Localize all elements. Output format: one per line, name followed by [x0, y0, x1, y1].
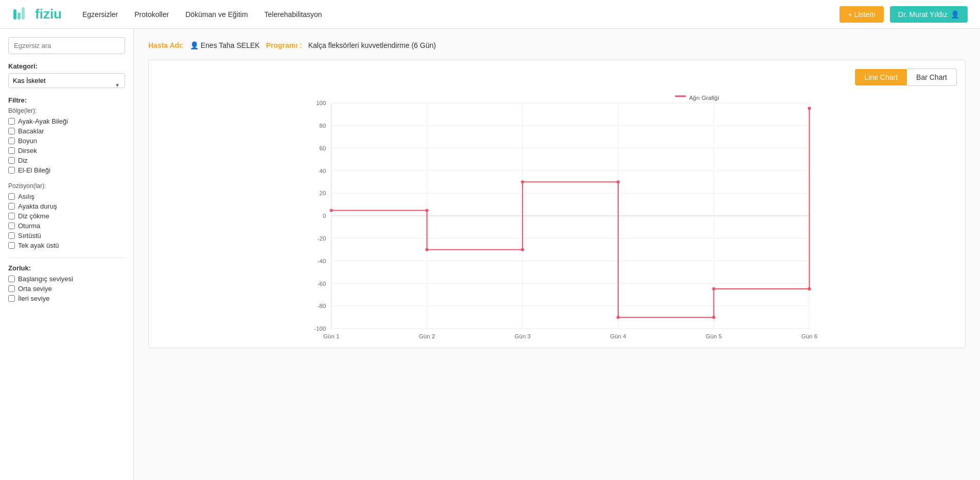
bolge-text-4: Diz	[18, 157, 28, 164]
svg-rect-2	[22, 7, 25, 20]
poz-item-4: Sırtüstü	[8, 232, 125, 239]
nav-telerehabilitasyon[interactable]: Telerehabilitasyon	[265, 10, 322, 19]
svg-rect-37	[675, 95, 686, 97]
poz-text-0: Asılış	[18, 193, 34, 200]
svg-text:Ağrı Grafiği: Ağrı Grafiği	[689, 95, 719, 101]
nav-protokoller[interactable]: Protokoller	[134, 10, 169, 19]
bolge-text-0: Ayak-Ayak Bileği	[18, 117, 68, 125]
svg-point-46	[712, 316, 715, 319]
svg-text:-40: -40	[318, 258, 326, 264]
sidebar: Kategori: Kas İskelet Filtre: Bölge(ler)…	[0, 29, 134, 480]
svg-point-45	[617, 316, 620, 319]
listem-button[interactable]: + Listem	[839, 6, 883, 23]
bolge-text-1: Bacaklar	[18, 127, 44, 135]
zorluk-checkbox-1[interactable]	[8, 285, 15, 292]
svg-text:100: 100	[316, 100, 326, 106]
user-button[interactable]: Dr. Murat Yıldız 👤	[890, 6, 968, 23]
zorluk-checkbox-2[interactable]	[8, 295, 15, 302]
zorluk-label: Zorluk:	[8, 264, 125, 272]
chart-container: Line Chart Bar Chart	[148, 60, 966, 348]
svg-text:80: 80	[320, 123, 326, 129]
zorluk-item-2: İleri seviye	[8, 295, 125, 302]
zorluk-text-0: Başlangıç seviyesi	[18, 275, 73, 283]
svg-point-44	[617, 180, 620, 183]
bolge-text-2: Boyun	[18, 137, 37, 145]
svg-text:-60: -60	[318, 281, 326, 287]
svg-text:-20: -20	[318, 235, 326, 242]
svg-text:Gün 2: Gün 2	[419, 333, 435, 339]
content-wrap: Kategori: Kas İskelet Filtre: Bölge(ler)…	[0, 29, 980, 480]
bolge-checkbox-4[interactable]	[8, 157, 15, 164]
pozisyon-label: Pozisyon(lar):	[8, 182, 125, 190]
main-content: Hasta Adı: 👤 Enes Taha SELEK Programı : …	[134, 29, 980, 480]
poz-item-2: Diz çökme	[8, 212, 125, 220]
svg-text:20: 20	[320, 190, 326, 196]
svg-point-43	[521, 180, 524, 183]
zorluk-text-2: İleri seviye	[18, 295, 49, 302]
nav-dokuman[interactable]: Döküman ve Eğitim	[185, 10, 248, 19]
pozisyon-filter-group: Pozisyon(lar): Asılış Ayakta duruş Diz ç…	[8, 182, 125, 249]
logo-text: fiziu	[35, 6, 62, 22]
category-select-wrap: Kas İskelet	[8, 73, 125, 96]
bolge-text-5: El-El Bileği	[18, 166, 50, 174]
svg-text:40: 40	[320, 168, 326, 174]
patient-name: 👤 Enes Taha SELEK	[190, 41, 260, 49]
bolge-label: Bölge(ler):	[8, 107, 125, 114]
logo-icon	[12, 5, 31, 24]
poz-checkbox-4[interactable]	[8, 232, 15, 239]
svg-point-41	[425, 248, 428, 251]
bolge-text-3: Dirsek	[18, 147, 37, 155]
zorluk-checkbox-0[interactable]	[8, 276, 15, 282]
bolge-filter-group: Bölge(ler): Ayak-Ayak Bileği Bacaklar Bo…	[8, 107, 125, 174]
hasta-label: Hasta Adı:	[148, 41, 184, 49]
bolge-checkbox-2[interactable]	[8, 138, 15, 144]
poz-text-3: Oturma	[18, 222, 40, 230]
svg-text:Gün 6: Gün 6	[801, 333, 817, 339]
svg-text:0: 0	[323, 213, 326, 219]
line-chart-button[interactable]: Line Chart	[855, 69, 907, 85]
svg-text:-100: -100	[314, 325, 326, 332]
user-icon: 👤	[951, 10, 959, 19]
poz-checkbox-2[interactable]	[8, 213, 15, 219]
category-label: Kategori:	[8, 62, 125, 70]
svg-text:-80: -80	[318, 303, 326, 309]
nav-egzersizler[interactable]: Egzersizler	[82, 10, 118, 19]
bolge-item-4: Diz	[8, 157, 125, 164]
bolge-checkbox-0[interactable]	[8, 118, 15, 125]
bolge-checkbox-5[interactable]	[8, 167, 15, 174]
patient-row: Hasta Adı: 👤 Enes Taha SELEK Programı : …	[148, 41, 966, 49]
patient-icon: 👤	[190, 41, 199, 49]
chart-controls: Line Chart Bar Chart	[157, 68, 957, 86]
patient-header: Hasta Adı: 👤 Enes Taha SELEK Programı : …	[148, 41, 966, 49]
zorluk-text-1: Orta seviye	[18, 285, 52, 293]
svg-point-39	[330, 209, 333, 212]
program-name: Kalça fleksörleri kuvvetlendirme (6 Gün)	[308, 41, 436, 49]
line-chart-svg: 100 80 60 40 20 0 -20 -40 -60 -80 -100 G…	[157, 92, 957, 339]
svg-text:60: 60	[320, 145, 326, 151]
bolge-item-0: Ayak-Ayak Bileği	[8, 117, 125, 125]
program-label: Programı :	[266, 41, 302, 49]
poz-checkbox-1[interactable]	[8, 203, 15, 210]
poz-text-2: Diz çökme	[18, 212, 49, 220]
bolge-checkbox-1[interactable]	[8, 128, 15, 134]
logo: fiziu	[12, 5, 62, 24]
svg-text:Gün 3: Gün 3	[515, 333, 531, 339]
svg-point-40	[425, 209, 428, 212]
category-select[interactable]: Kas İskelet	[8, 73, 125, 88]
poz-item-5: Tek ayak üstü	[8, 242, 125, 249]
poz-checkbox-0[interactable]	[8, 193, 15, 200]
poz-item-3: Oturma	[8, 222, 125, 230]
svg-rect-0	[13, 9, 16, 20]
svg-text:Gün 4: Gün 4	[610, 333, 626, 339]
svg-point-47	[712, 287, 715, 290]
poz-item-0: Asılış	[8, 193, 125, 200]
bar-chart-button[interactable]: Bar Chart	[907, 68, 957, 86]
navbar: fiziu Egzersizler Protokoller Döküman ve…	[0, 0, 980, 29]
svg-point-42	[521, 248, 524, 251]
zorluk-item-0: Başlangıç seviyesi	[8, 275, 125, 283]
poz-checkbox-3[interactable]	[8, 222, 15, 229]
bolge-item-3: Dirsek	[8, 147, 125, 155]
bolge-checkbox-3[interactable]	[8, 147, 15, 154]
poz-checkbox-5[interactable]	[8, 242, 15, 249]
search-input[interactable]	[8, 37, 125, 54]
